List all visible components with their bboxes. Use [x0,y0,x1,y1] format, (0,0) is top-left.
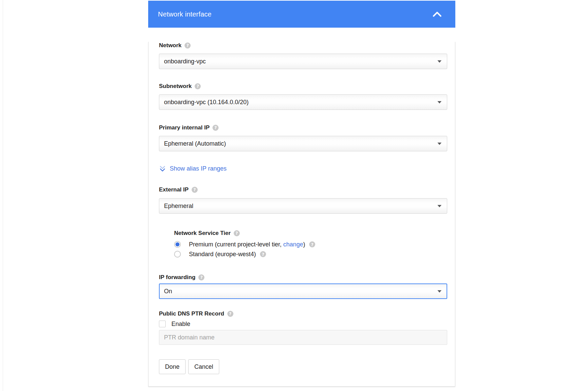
show-alias-ip-ranges-label: Show alias IP ranges [170,165,227,172]
page-left-border [3,0,3,391]
premium-label-prefix: Premium (current project-level tier, [189,241,283,248]
subnetwork-select[interactable]: onboarding-vpc (10.164.0.0/20) [159,94,447,110]
done-button[interactable]: Done [159,359,186,374]
ptr-domain-name-input[interactable] [159,330,447,345]
cancel-button[interactable]: Cancel [188,359,219,374]
network-select[interactable]: onboarding-vpc [159,54,447,69]
primary-internal-ip-label-row: Primary internal IP ? [159,124,447,131]
ip-forwarding-select-value: On [164,288,172,295]
premium-label-suffix: ) [303,241,305,248]
action-buttons: Done Cancel [159,359,447,374]
subnetwork-select-value: onboarding-vpc (10.164.0.0/20) [164,99,249,106]
primary-internal-ip-select-value: Ephemeral (Automatic) [164,140,226,147]
network-service-tier-label: Network Service Tier [174,230,231,237]
panel-body: Network ? onboarding-vpc Subnetwork ? on… [148,42,455,387]
network-label-row: Network ? [159,42,447,49]
premium-tier-option[interactable]: Premium (current project-level tier, cha… [174,240,447,249]
collapse-panel-button[interactable] [433,11,442,17]
caret-down-icon [437,101,442,103]
panel-header: Network interface [148,1,455,28]
panel-title: Network interface [158,10,211,18]
double-chevron-down-icon [159,165,166,172]
help-icon[interactable]: ? [185,42,191,49]
caret-down-icon [437,290,442,293]
ip-forwarding-select[interactable]: On [159,283,447,299]
network-interface-panel: Network interface Network ? onboarding-v… [148,1,455,387]
enable-ptr-row[interactable]: Enable [159,319,447,329]
network-service-tier-group: Network Service Tier ? Premium (current … [174,230,447,259]
help-icon[interactable]: ? [260,251,266,257]
premium-option-label: Premium (current project-level tier, cha… [189,241,305,248]
change-tier-link[interactable]: change [283,241,303,248]
external-ip-label: External IP [159,186,189,193]
help-icon[interactable]: ? [198,274,204,280]
enable-ptr-checkbox[interactable] [159,321,166,327]
enable-ptr-label: Enable [171,321,190,328]
chevron-up-icon [433,11,442,17]
network-label: Network [159,42,182,49]
external-ip-select-value: Ephemeral [164,203,193,210]
premium-radio-button[interactable] [174,241,181,248]
ip-forwarding-label-row: IP forwarding ? [159,274,447,281]
subnetwork-label: Subnetwork [159,83,192,90]
external-ip-label-row: External IP ? [159,186,447,193]
standard-option-label: Standard (europe-west4) [189,251,256,258]
help-icon[interactable]: ? [192,187,198,193]
caret-down-icon [437,205,442,207]
primary-internal-ip-label: Primary internal IP [159,124,209,131]
show-alias-ip-ranges-link[interactable]: Show alias IP ranges [159,164,447,173]
subnetwork-label-row: Subnetwork ? [159,83,447,90]
help-icon[interactable]: ? [234,230,240,236]
help-icon[interactable]: ? [309,241,315,247]
primary-internal-ip-select[interactable]: Ephemeral (Automatic) [159,136,447,151]
network-select-value: onboarding-vpc [164,58,206,65]
standard-radio-button[interactable] [174,251,181,258]
ip-forwarding-label: IP forwarding [159,274,195,281]
help-icon[interactable]: ? [227,311,233,317]
help-icon[interactable]: ? [213,125,219,131]
standard-tier-option[interactable]: Standard (europe-west4) ? [174,249,447,259]
caret-down-icon [437,60,442,63]
caret-down-icon [437,143,442,145]
network-service-tier-label-row: Network Service Tier ? [174,230,447,237]
external-ip-select[interactable]: Ephemeral [159,198,447,214]
public-dns-ptr-label: Public DNS PTR Record [159,310,224,318]
help-icon[interactable]: ? [195,83,201,89]
public-dns-ptr-label-row: Public DNS PTR Record ? [159,310,447,318]
